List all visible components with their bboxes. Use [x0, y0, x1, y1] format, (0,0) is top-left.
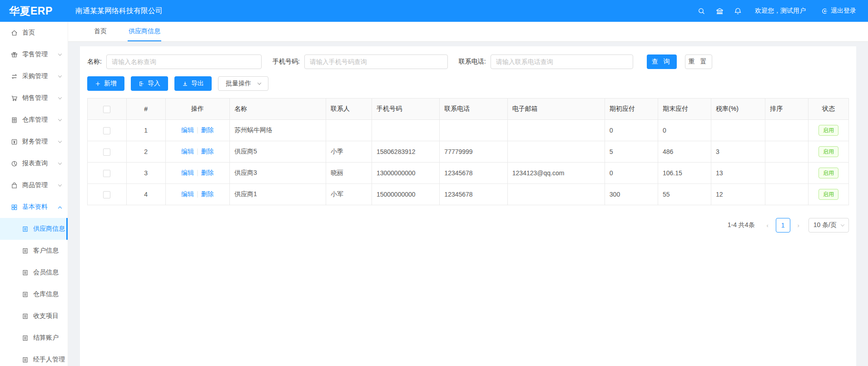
- sidebar-item-retail[interactable]: 零售管理: [0, 44, 68, 65]
- sidebar-subitem[interactable]: 会员信息: [0, 262, 68, 283]
- row-cell: [765, 184, 808, 205]
- document-icon: [22, 335, 29, 341]
- import-button[interactable]: 导入: [131, 76, 168, 91]
- bank-icon[interactable]: [710, 0, 729, 22]
- sidebar-item-label: 报表查询: [22, 159, 48, 168]
- search-icon[interactable]: [692, 0, 710, 22]
- col-begin-payable: 期初应付: [605, 99, 658, 120]
- row-checkbox[interactable]: [103, 191, 110, 198]
- mobile-filter-label: 手机号码:: [273, 58, 300, 66]
- row-cell: 13: [711, 163, 765, 184]
- next-page-button[interactable]: ›: [792, 218, 805, 232]
- add-button[interactable]: 新增: [87, 76, 124, 91]
- supplier-table: # 操作 名称 联系人 手机号码 联系电话 电子邮箱 期初应付 期末应付 税率(…: [87, 98, 849, 205]
- row-cell: [507, 141, 605, 163]
- chevron-down-icon: [58, 117, 62, 121]
- document-icon: [22, 247, 29, 254]
- col-tel: 联系电话: [440, 99, 507, 120]
- tab-supplier-info[interactable]: 供应商信息: [128, 22, 161, 41]
- sidebar-subitem[interactable]: 供应商信息: [0, 218, 68, 240]
- sidebar-item-warehouse[interactable]: 仓库管理: [0, 109, 68, 131]
- row-cell: 15000000000: [372, 184, 439, 205]
- cart-icon: [11, 95, 18, 102]
- col-tax-rate: 税率(%): [711, 99, 765, 120]
- sidebar-subitem[interactable]: 仓库信息: [0, 283, 68, 305]
- sidebar-item-finance[interactable]: 财务管理: [0, 131, 68, 153]
- row-checkbox[interactable]: [103, 170, 110, 177]
- chevron-down-icon: [258, 81, 261, 84]
- chevron-down-icon: [841, 223, 844, 226]
- delete-link[interactable]: 删除: [201, 169, 214, 176]
- sidebar-subitem-label: 收支项目: [33, 312, 59, 320]
- mobile-filter-input[interactable]: [304, 54, 448, 69]
- logout-button[interactable]: 退出登录: [821, 7, 856, 15]
- row-index: 1: [126, 120, 165, 141]
- page-size-select[interactable]: 10 条/页: [808, 218, 849, 232]
- row-cell: [440, 120, 507, 141]
- sidebar-item-label: 零售管理: [22, 50, 48, 59]
- name-filter-label: 名称:: [87, 58, 102, 66]
- status-badge: 启用: [818, 146, 838, 157]
- document-icon: [22, 356, 29, 363]
- sidebar-item-reports[interactable]: 报表查询: [0, 153, 68, 174]
- sidebar-item-label: 采购管理: [22, 72, 48, 80]
- row-cell: [765, 120, 808, 141]
- row-checkbox[interactable]: [103, 127, 110, 134]
- row-cell: 0: [605, 120, 658, 141]
- row-actions: 编辑|删除: [165, 184, 229, 205]
- row-cell: 486: [658, 141, 711, 163]
- row-cell: 1234123@qq.com: [507, 163, 605, 184]
- sidebar-subitem[interactable]: 经手人管理: [0, 349, 68, 366]
- sidebar-subitem[interactable]: 结算账户: [0, 327, 68, 349]
- sidebar-item-label: 销售管理: [22, 94, 48, 102]
- row-checkbox[interactable]: [103, 148, 110, 156]
- delete-link[interactable]: 删除: [201, 190, 214, 198]
- row-cell: [372, 120, 439, 141]
- sidebar-item-home[interactable]: 首页: [0, 22, 68, 44]
- welcome-text: 欢迎您，测试用户: [755, 7, 806, 15]
- row-cell: 小季: [326, 141, 372, 163]
- row-actions: 编辑|删除: [165, 163, 229, 184]
- row-index: 3: [126, 163, 165, 184]
- row-actions: 编辑|删除: [165, 120, 229, 141]
- col-name: 名称: [229, 99, 326, 120]
- edit-link[interactable]: 编辑: [181, 190, 194, 198]
- delete-link[interactable]: 删除: [201, 148, 214, 155]
- page-number-1[interactable]: 1: [776, 218, 790, 232]
- row-cell: 106.15: [658, 163, 711, 184]
- delete-link[interactable]: 删除: [201, 126, 214, 134]
- select-all-checkbox[interactable]: [103, 106, 110, 113]
- bell-icon[interactable]: [729, 0, 747, 22]
- sidebar-subitem-label: 客户信息: [33, 247, 59, 255]
- row-cell: 13000000000: [372, 163, 439, 184]
- sidebar-subitem-label: 会员信息: [33, 268, 59, 277]
- main-area: 首页 供应商信息 名称: 手机号码: 联系电话: 查 询 重 置 新增: [68, 22, 868, 366]
- batch-actions-dropdown[interactable]: 批量操作: [218, 76, 268, 91]
- status-badge: 启用: [818, 168, 838, 178]
- tab-home[interactable]: 首页: [93, 22, 108, 41]
- reset-button[interactable]: 重 置: [685, 54, 712, 69]
- edit-link[interactable]: 编辑: [181, 148, 194, 155]
- home-icon: [11, 30, 18, 36]
- sidebar-subitem[interactable]: 客户信息: [0, 240, 68, 262]
- sidebar-item-basic-data[interactable]: 基本资料: [0, 196, 68, 218]
- row-cell: [507, 120, 605, 141]
- sidebar-subitem[interactable]: 收支项目: [0, 305, 68, 327]
- edit-link[interactable]: 编辑: [181, 126, 194, 134]
- edit-link[interactable]: 编辑: [181, 169, 194, 176]
- sidebar-item-label: 仓库管理: [22, 116, 48, 124]
- search-button[interactable]: 查 询: [647, 54, 677, 69]
- sidebar-item-sales[interactable]: 销售管理: [0, 87, 68, 109]
- export-button[interactable]: 导出: [174, 76, 212, 91]
- export-icon: [182, 81, 188, 87]
- row-index: 4: [126, 184, 165, 205]
- row-cell: [765, 141, 808, 163]
- sidebar-item-purchase[interactable]: 采购管理: [0, 65, 68, 87]
- company-name: 南通某某网络科技有限公司: [75, 6, 163, 16]
- name-filter-input[interactable]: [106, 54, 262, 69]
- col-index: #: [126, 99, 165, 120]
- prev-page-button[interactable]: ‹: [761, 218, 774, 232]
- tel-filter-input[interactable]: [491, 54, 633, 69]
- sidebar-item-products[interactable]: 商品管理: [0, 174, 68, 196]
- row-cell: 晓丽: [326, 163, 372, 184]
